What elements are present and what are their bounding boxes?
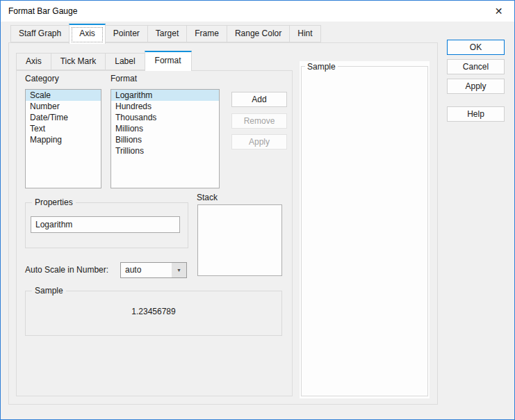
list-item[interactable]: Mapping xyxy=(26,134,101,145)
list-item[interactable]: Millions xyxy=(111,123,219,134)
list-item[interactable]: Scale xyxy=(26,90,101,101)
sample-value: 1.23456789 xyxy=(26,307,281,316)
tab-staff-graph[interactable]: Staff Graph xyxy=(10,25,70,42)
remove-button[interactable]: Remove xyxy=(231,113,287,129)
list-item[interactable]: Date/Time xyxy=(26,112,101,123)
main-tab-bar: Staff Graph Axis Pointer Target Frame Ra… xyxy=(10,24,320,44)
sample-preview-area xyxy=(301,66,428,396)
tab-frame[interactable]: Frame xyxy=(186,25,227,42)
close-icon[interactable]: ✕ xyxy=(483,1,514,22)
sub-tab-bar: Axis Tick Mark Label Format xyxy=(16,51,191,71)
tab-hint[interactable]: Hint xyxy=(289,25,320,42)
stack-label: Stack xyxy=(197,193,218,202)
tab-pointer[interactable]: Pointer xyxy=(105,25,148,42)
sample-group: Sample 1.23456789 xyxy=(25,291,282,336)
tab-target[interactable]: Target xyxy=(147,25,187,42)
dialog-title: Format Bar Gauge xyxy=(8,1,77,22)
category-listbox[interactable]: ScaleNumberDate/TimeTextMapping xyxy=(25,89,101,188)
add-button[interactable]: Add xyxy=(231,92,287,107)
chevron-down-icon: ▼ xyxy=(172,263,186,277)
format-listbox[interactable]: LogarithmHundredsThousandsMillionsBillio… xyxy=(111,89,220,188)
auto-scale-dropdown[interactable]: auto ▼ xyxy=(120,262,187,278)
format-label: Format xyxy=(111,74,137,83)
auto-scale-value: auto xyxy=(121,263,172,277)
list-item[interactable]: Text xyxy=(26,123,101,134)
title-bar: Format Bar Gauge ✕ xyxy=(1,1,514,22)
ok-button[interactable]: OK xyxy=(447,40,505,55)
sample-group-label: Sample xyxy=(32,286,66,296)
stack-listbox[interactable] xyxy=(197,204,282,276)
format-bar-gauge-dialog: Format Bar Gauge ✕ Staff Graph Axis Poin… xyxy=(0,0,515,420)
list-item[interactable]: Trillions xyxy=(111,145,219,156)
apply-button[interactable]: Apply xyxy=(447,79,505,94)
sample-preview-label: Sample xyxy=(305,62,338,72)
category-label: Category xyxy=(25,74,59,83)
list-item[interactable]: Thousands xyxy=(111,112,219,123)
subtab-format[interactable]: Format xyxy=(145,51,192,71)
tab-axis[interactable]: Axis xyxy=(69,24,106,44)
subtab-axis[interactable]: Axis xyxy=(16,53,51,70)
list-item[interactable]: Billions xyxy=(111,134,219,145)
apply-list-button[interactable]: Apply xyxy=(231,134,287,150)
subtab-tick-mark[interactable]: Tick Mark xyxy=(51,53,106,70)
list-item[interactable]: Hundreds xyxy=(111,101,219,112)
tab-range-color[interactable]: Range Color xyxy=(227,25,290,42)
properties-input[interactable]: Logarithm xyxy=(31,216,180,233)
help-button[interactable]: Help xyxy=(447,106,505,122)
auto-scale-label: Auto Scale in Number: xyxy=(25,265,108,275)
cancel-button[interactable]: Cancel xyxy=(447,59,505,74)
properties-group-label: Properties xyxy=(32,197,76,207)
subtab-label[interactable]: Label xyxy=(105,53,145,70)
list-item[interactable]: Logarithm xyxy=(111,90,219,101)
list-item[interactable]: Number xyxy=(26,101,101,112)
